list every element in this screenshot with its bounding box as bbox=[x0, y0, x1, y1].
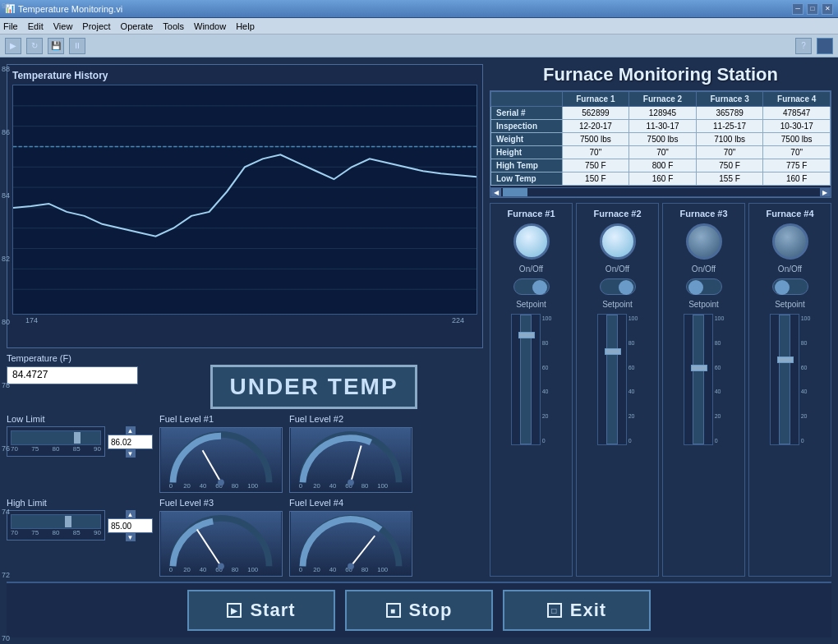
row-label-height: Height bbox=[491, 146, 563, 159]
start-icon: ▶ bbox=[227, 603, 242, 618]
furnace-2-onoff-label: On/Off bbox=[605, 264, 629, 274]
menu-edit[interactable]: Edit bbox=[28, 21, 44, 31]
cell-serial-f3: 365789 bbox=[696, 107, 763, 120]
svg-text:40: 40 bbox=[329, 482, 337, 490]
menu-window[interactable]: Window bbox=[194, 21, 226, 31]
furnace-1-setpoint[interactable] bbox=[511, 314, 541, 445]
cell-height-f2: 70" bbox=[629, 146, 697, 159]
furnace-3-setpoint-thumb[interactable] bbox=[691, 365, 707, 371]
temp-value: 84.4727 bbox=[7, 366, 138, 384]
furnace-controls: Furnace #1 On/Off Setpoint bbox=[490, 203, 831, 577]
stop-icon: ■ bbox=[386, 603, 401, 618]
furnace-1-setpoint-thumb[interactable] bbox=[518, 332, 535, 338]
cell-lowtemp-f2: 160 F bbox=[629, 172, 697, 186]
furnace-3-setpoint-track bbox=[693, 315, 704, 444]
toolbar-refresh[interactable]: ↻ bbox=[26, 38, 43, 54]
toolbar: ▶ ↻ 💾 ⏸ ? bbox=[0, 34, 838, 58]
under-temp-indicator: UNDER TEMP bbox=[210, 365, 417, 409]
cell-lowtemp-f3: 155 F bbox=[696, 172, 763, 186]
cell-lowtemp-f1: 150 F bbox=[562, 172, 629, 186]
furnace-1-scale: 100 80 60 40 20 0 bbox=[542, 314, 552, 445]
toolbar-help[interactable]: ? bbox=[795, 38, 812, 54]
window-controls: ─ □ ✕ bbox=[792, 3, 833, 15]
lower-controls: Low Limit 70 75 80 85 90 bbox=[7, 414, 483, 493]
x-axis: 174 224 bbox=[12, 315, 477, 324]
furnace-3-toggle-knob bbox=[688, 280, 703, 295]
svg-text:0: 0 bbox=[299, 482, 303, 490]
close-button[interactable]: ✕ bbox=[822, 3, 833, 15]
table-scrollbar[interactable]: ◀ ▶ bbox=[490, 187, 831, 197]
furnace-2-led[interactable] bbox=[600, 223, 636, 260]
row-label-lowtemp: Low Temp bbox=[491, 172, 563, 186]
table-row: Height 70" 70" 70" 70" bbox=[491, 146, 831, 159]
furnace-4-led[interactable] bbox=[772, 223, 808, 260]
restore-button[interactable]: □ bbox=[807, 3, 818, 15]
svg-text:0: 0 bbox=[299, 566, 303, 573]
furnace-1-column: Furnace #1 On/Off Setpoint bbox=[490, 203, 573, 577]
furnace-4-setpoint[interactable] bbox=[770, 314, 799, 445]
svg-text:100: 100 bbox=[377, 482, 389, 490]
svg-text:100: 100 bbox=[377, 566, 389, 573]
low-limit-up[interactable]: ▲ bbox=[126, 426, 136, 435]
cell-serial-f1: 562899 bbox=[562, 107, 629, 120]
cell-hightemp-f3: 750 F bbox=[696, 159, 763, 172]
furnace-3-toggle[interactable] bbox=[686, 278, 722, 295]
scroll-right[interactable]: ▶ bbox=[820, 188, 830, 196]
scrollbar-thumb[interactable] bbox=[503, 188, 527, 196]
menu-help[interactable]: Help bbox=[236, 21, 255, 31]
furnace-3-setpoint-label: Setpoint bbox=[688, 300, 719, 309]
toolbar-save[interactable]: 💾 bbox=[48, 38, 64, 54]
svg-text:100: 100 bbox=[247, 482, 259, 490]
row-label-serial: Serial # bbox=[491, 107, 563, 120]
svg-text:0: 0 bbox=[169, 566, 173, 573]
cell-weight-f3: 7100 lbs bbox=[696, 133, 763, 146]
minimize-button[interactable]: ─ bbox=[792, 3, 803, 15]
fuel-level-4-section: Fuel Level #4 0 20 40 60 80 100 bbox=[289, 498, 412, 577]
furnace-2-setpoint-thumb[interactable] bbox=[605, 348, 621, 355]
menu-tools[interactable]: Tools bbox=[163, 21, 184, 31]
furnace-3-setpoint[interactable] bbox=[684, 314, 713, 445]
high-limit-value[interactable]: 85.00 bbox=[108, 518, 153, 533]
furnace-3-led[interactable] bbox=[686, 223, 722, 260]
fuel-level-3-section: Fuel Level #3 0 20 40 60 80 100 bbox=[159, 498, 283, 577]
menu-view[interactable]: View bbox=[53, 21, 73, 31]
furnace-4-setpoint-thumb[interactable] bbox=[777, 356, 794, 363]
high-limit-down[interactable]: ▼ bbox=[126, 533, 136, 541]
cell-weight-f4: 7500 lbs bbox=[763, 133, 831, 146]
high-limit-up[interactable]: ▲ bbox=[126, 510, 136, 518]
furnace-1-setpoint-label: Setpoint bbox=[516, 300, 546, 309]
low-limit-value[interactable]: 86.02 bbox=[108, 435, 153, 449]
furnace-1-toggle[interactable] bbox=[513, 278, 550, 295]
th-furnace3: Furnace 3 bbox=[696, 92, 763, 107]
scroll-left[interactable]: ◀ bbox=[491, 188, 501, 196]
chart-container: Temperature History 90 88 86 84 82 80 78… bbox=[7, 64, 483, 348]
svg-text:20: 20 bbox=[313, 482, 320, 490]
furnace-2-toggle[interactable] bbox=[600, 278, 636, 295]
toolbar-pause[interactable]: ⏸ bbox=[69, 38, 85, 54]
menu-project[interactable]: Project bbox=[82, 21, 110, 31]
furnace-4-toggle[interactable] bbox=[772, 278, 808, 295]
furnace-1-led[interactable] bbox=[513, 223, 550, 260]
svg-text:80: 80 bbox=[361, 566, 369, 573]
low-limit-label: Low Limit bbox=[7, 414, 153, 424]
window-title: Temperature Monitoring.vi bbox=[18, 4, 122, 14]
row-label-hightemp: High Temp bbox=[491, 159, 563, 172]
lower-controls-2: High Limit 70 75 80 85 90 bbox=[7, 498, 483, 577]
low-limit-down[interactable]: ▼ bbox=[126, 449, 136, 458]
furnace-2-setpoint[interactable] bbox=[597, 314, 627, 445]
chart-title: Temperature History bbox=[12, 70, 477, 81]
titlebar: 📊 Temperature Monitoring.vi ─ □ ✕ bbox=[0, 0, 838, 18]
furnace-4-onoff-label: On/Off bbox=[778, 264, 802, 274]
high-limit-scale: 70 75 80 85 90 bbox=[11, 529, 101, 536]
station-title: Furnace Monitoring Station bbox=[490, 64, 831, 85]
table-row: Weight 7500 lbs 7500 lbs 7100 lbs 7500 l… bbox=[491, 133, 831, 146]
stop-label: Stop bbox=[409, 600, 453, 621]
menu-operate[interactable]: Operate bbox=[121, 21, 154, 31]
furnace-3-onoff-label: On/Off bbox=[692, 264, 716, 274]
cell-hightemp-f4: 775 F bbox=[763, 159, 831, 172]
start-button[interactable]: ▶ Start bbox=[187, 590, 335, 631]
exit-icon: □ bbox=[547, 603, 562, 618]
exit-button[interactable]: □ Exit bbox=[503, 590, 651, 631]
stop-button[interactable]: ■ Stop bbox=[345, 590, 493, 631]
cell-inspection-f3: 11-25-17 bbox=[696, 120, 763, 133]
